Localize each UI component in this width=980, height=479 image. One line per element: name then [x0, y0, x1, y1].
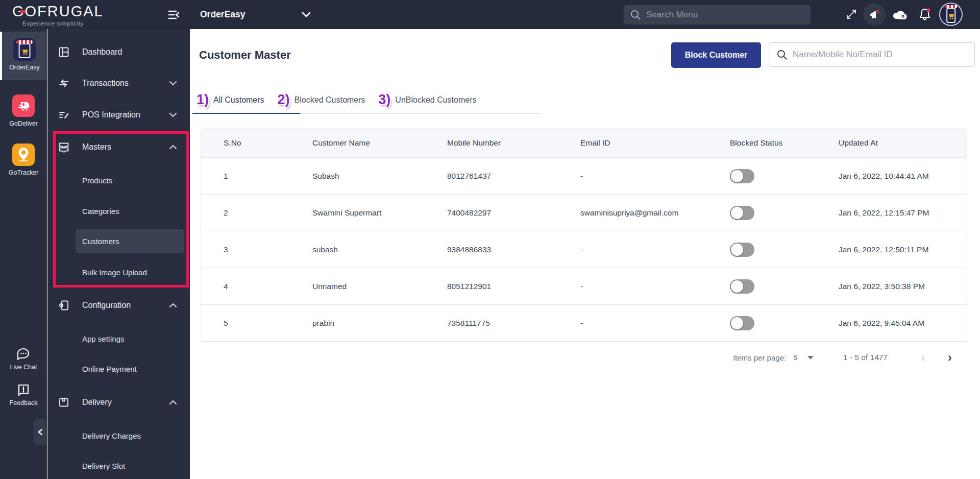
pos-integration-icon [58, 109, 70, 121]
table-row: 3 subash 9384886833 - Jan 6, 2022, 12:50… [201, 231, 967, 268]
rail-collapse-handle[interactable] [34, 419, 47, 445]
table-row: 4 Unnamed 8051212901 - Jan 6, 2022, 3:50… [201, 268, 967, 305]
sidebar-item-app-settings[interactable]: App settings [47, 326, 190, 351]
delivery-icon [58, 396, 70, 409]
sidebar-collapse-icon[interactable] [167, 8, 181, 21]
tab-all-customers[interactable]: 1) All Customers [197, 93, 264, 114]
rail-label-godeliver: GoDeliver [0, 120, 47, 127]
sidebar-item-delivery[interactable]: Delivery [47, 390, 190, 415]
pagination-range: 1 - 5 of 1477 [843, 353, 888, 362]
items-per-page-value[interactable]: 5 [793, 353, 797, 362]
sidebar-item-label: POS Integration [82, 110, 140, 119]
cell-mobile-number: 9384886833 [447, 245, 580, 254]
sidebar-item-configuration[interactable]: Configuration [47, 293, 190, 318]
chevron-left-icon [38, 428, 43, 436]
cell-mobile-number: 7358111775 [447, 319, 580, 328]
dashboard-icon [58, 46, 70, 58]
cell-updated-at: Jan 6, 2022, 9:45:04 AM [839, 319, 967, 328]
sidebar-item-label: Categories [82, 207, 119, 215]
cloud-icon[interactable] [889, 3, 911, 26]
table-row: 5 prabin 7358111775 - Jan 6, 2022, 9:45:… [201, 305, 967, 342]
column-header-sno: S.No [224, 138, 312, 148]
customer-search [769, 42, 975, 67]
sidebar-item-label: Configuration [82, 301, 131, 310]
sidebar-item-label: Customers [82, 237, 119, 246]
sidebar-item-label: Online Payment [82, 365, 137, 373]
sidebar-item-bulk-image-upload[interactable]: Bulk Image Upload [47, 260, 190, 284]
tab-label: Blocked Customers [295, 95, 365, 105]
cell-mobile-number: 7400482297 [447, 208, 580, 218]
sidebar-item-masters[interactable]: Masters [47, 135, 190, 159]
table-header-row: S.No Customer Name Mobile Number Email I… [201, 128, 967, 158]
tab-label: All Customers [213, 95, 264, 105]
sidebar-item-categories[interactable]: Categories [47, 199, 190, 223]
block-customer-button[interactable]: Block Customer [671, 42, 761, 68]
logo-text: GOFRUGAL [12, 4, 104, 19]
sidebar-item-label: Delivery [82, 398, 112, 407]
logo-tagline: Experience simplicity [22, 20, 104, 27]
configuration-icon [58, 299, 70, 312]
cell-sno: 4 [224, 282, 312, 291]
cell-customer-name: subash [312, 245, 447, 254]
sidebar-item-label: Bulk Image Upload [82, 268, 147, 277]
sidebar: Dashboard Transactions POS Integration M… [47, 29, 190, 479]
sidebar-item-customers[interactable]: Customers [47, 229, 190, 253]
menu-search [624, 5, 811, 25]
rail-item-godeliver[interactable]: GoDeliver [0, 94, 47, 127]
previous-page-button[interactable]: ‹ [921, 351, 925, 364]
column-header-mobile-number: Mobile Number [447, 138, 580, 148]
cell-email-id: - [580, 245, 730, 254]
sidebar-item-pos-integration[interactable]: POS Integration [47, 103, 190, 127]
rail-item-feedback[interactable]: Feedback [0, 383, 47, 406]
announcement-icon[interactable] [863, 3, 886, 26]
rail-item-gotracker[interactable]: GoTracker [0, 143, 47, 176]
cell-customer-name: Unnamed [312, 282, 447, 291]
sidebar-item-transactions[interactable]: Transactions [47, 71, 190, 95]
menu-search-input[interactable] [646, 10, 799, 20]
search-icon [776, 49, 788, 60]
sidebar-item-label: App settings [82, 334, 125, 343]
table-row: 2 Swamini Supermart 7400482297 swaminisu… [201, 195, 967, 231]
blocked-status-toggle[interactable] [730, 243, 754, 257]
search-icon [630, 9, 641, 20]
sidebar-item-online-payment[interactable]: Online Payment [47, 356, 190, 381]
logo-red-dash-icon [20, 10, 26, 13]
sidebar-item-dashboard[interactable]: Dashboard [47, 40, 190, 64]
cell-mobile-number: 8012761437 [447, 172, 580, 181]
tab-blocked-customers[interactable]: 2) Blocked Customers [278, 93, 365, 114]
column-header-blocked-status: Blocked Status [730, 138, 839, 148]
rail-item-ordereasy[interactable]: OrderEasy [0, 32, 47, 80]
cell-sno: 1 [224, 172, 312, 181]
items-per-page-caret-icon[interactable] [807, 356, 814, 360]
app-rail: OrderEasy GoDeliver GoTracker Live Chat … [0, 29, 47, 479]
product-selector[interactable]: OrderEasy [200, 0, 311, 29]
tab-unblocked-customers[interactable]: 3) UnBlocked Customers [378, 93, 476, 114]
cell-updated-at: Jan 6, 2022, 12:50:11 PM [839, 245, 967, 254]
next-page-button[interactable]: › [948, 351, 952, 364]
notification-bell-icon[interactable] [914, 3, 936, 26]
chevron-down-icon [302, 12, 311, 18]
blocked-status-toggle[interactable] [730, 206, 754, 220]
topbar: GOFRUGAL Experience simplicity OrderEasy [0, 0, 980, 29]
sidebar-item-products[interactable]: Products [47, 168, 190, 193]
column-header-updated-at: Updated At [839, 138, 967, 148]
blocked-status-toggle[interactable] [730, 316, 754, 330]
customers-table: S.No Customer Name Mobile Number Email I… [200, 128, 967, 342]
store-avatar[interactable] [939, 3, 963, 26]
sidebar-item-label: Dashboard [82, 47, 122, 57]
customer-search-input[interactable] [793, 50, 961, 60]
blocked-status-toggle[interactable] [730, 169, 754, 183]
rail-item-live-chat[interactable]: Live Chat [0, 347, 47, 371]
live-chat-icon [16, 347, 31, 362]
sidebar-item-delivery-charges[interactable]: Delivery Charges [47, 423, 190, 448]
blocked-status-toggle[interactable] [730, 279, 754, 294]
transactions-icon [58, 77, 70, 89]
cell-customer-name: prabin [312, 319, 447, 328]
sidebar-item-delivery-slot[interactable]: Delivery Slot [47, 453, 190, 478]
tab-label: UnBlocked Customers [395, 95, 476, 105]
fullscreen-icon[interactable] [840, 3, 863, 26]
cell-updated-at: Jan 6, 2022, 3:50:38 PM [839, 282, 967, 291]
ordereasy-app-icon [13, 38, 36, 61]
cell-email-id: swaminisupriya@gmail.com [580, 208, 730, 218]
rail-label-gotracker: GoTracker [0, 169, 47, 176]
